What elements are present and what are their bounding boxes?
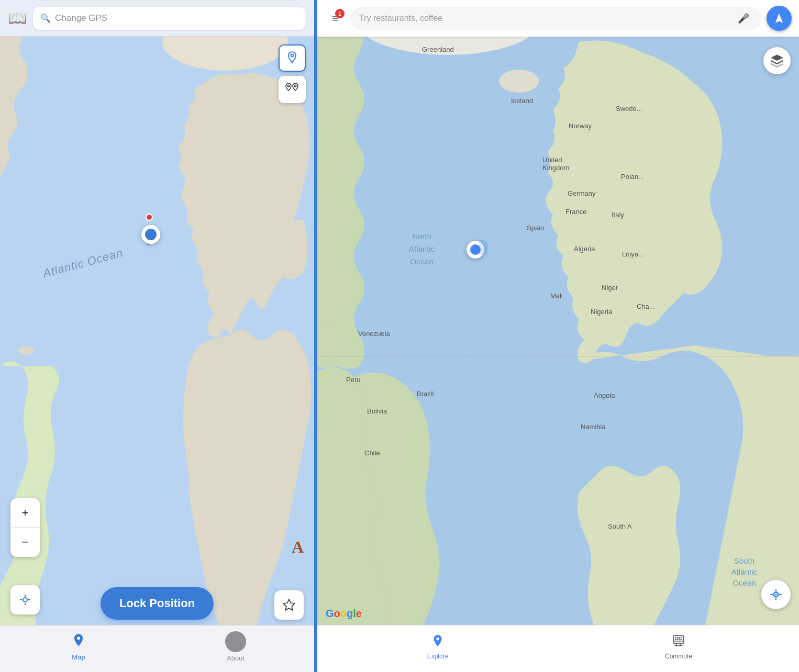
google-g2: g xyxy=(347,608,353,619)
svg-point-18 xyxy=(775,593,776,595)
svg-rect-25 xyxy=(675,637,678,639)
right-nav-commute[interactable]: Commute xyxy=(558,634,799,664)
single-pin-button[interactable] xyxy=(279,44,306,72)
location-outer xyxy=(467,241,484,259)
about-nav-icon xyxy=(225,631,246,652)
svg-point-16 xyxy=(499,70,539,93)
right-bottom-nav: Explore Commute xyxy=(317,625,799,672)
commute-label: Commute xyxy=(665,653,692,660)
notification-button[interactable]: ≡ 1 xyxy=(325,8,346,29)
svg-point-13 xyxy=(77,636,80,640)
zoom-in-button[interactable]: + xyxy=(10,498,40,528)
notification-badge: 1 xyxy=(335,9,345,18)
left-location-marker xyxy=(141,225,160,244)
map-pin-buttons xyxy=(279,44,306,103)
left-panel: 📖 🔍 Change GPS Atl xyxy=(0,0,314,672)
explore-label: Explore xyxy=(427,653,449,660)
svg-point-23 xyxy=(436,637,439,640)
google-o2: o xyxy=(340,608,347,619)
about-nav-label: About xyxy=(227,654,245,662)
left-map-background xyxy=(0,0,314,672)
red-pin xyxy=(146,214,153,221)
commute-icon xyxy=(672,634,685,651)
navigation-button[interactable] xyxy=(767,6,792,31)
nav-about[interactable]: About xyxy=(157,631,314,666)
location-button[interactable] xyxy=(10,585,40,614)
zoom-out-button[interactable]: − xyxy=(10,528,40,557)
map-nav-icon xyxy=(71,633,86,651)
lock-position-button[interactable]: Lock Position xyxy=(101,587,214,620)
svg-point-4 xyxy=(18,346,34,355)
explore-icon xyxy=(431,634,445,651)
zoom-controls: + − xyxy=(10,498,40,557)
location-shadow xyxy=(479,240,489,255)
nav-map[interactable]: Map xyxy=(0,633,157,665)
right-header: ≡ 1 Try restaurants, coffee 🎤 xyxy=(317,0,799,37)
favorites-button[interactable] xyxy=(274,590,304,620)
svg-point-7 xyxy=(294,85,296,87)
my-location-button[interactable] xyxy=(761,580,791,609)
search-placeholder: Try restaurants, coffee xyxy=(359,14,734,23)
left-header: 📖 🔍 Change GPS xyxy=(0,0,314,37)
equator-line xyxy=(317,356,799,356)
google-logo: Google xyxy=(326,608,362,620)
a-marker: A xyxy=(292,537,304,557)
svg-rect-26 xyxy=(679,637,682,639)
svg-point-5 xyxy=(291,54,294,57)
right-location-dot xyxy=(467,241,484,259)
location-dot xyxy=(141,225,160,244)
map-nav-label: Map xyxy=(72,653,85,661)
right-map-background xyxy=(317,0,799,672)
microphone-button[interactable]: 🎤 xyxy=(734,9,753,28)
right-panel: ≡ 1 Try restaurants, coffee 🎤 Greenland … xyxy=(317,0,799,672)
google-g: G xyxy=(326,608,334,619)
google-o1: o xyxy=(334,608,340,619)
svg-point-6 xyxy=(287,85,290,87)
google-e: e xyxy=(356,608,362,619)
search-icon: 🔍 xyxy=(40,13,51,23)
left-bottom-nav: Map About xyxy=(0,625,314,672)
center-divider xyxy=(314,0,317,672)
location-dot-inner xyxy=(145,229,157,240)
svg-point-8 xyxy=(23,598,27,602)
right-nav-explore[interactable]: Explore xyxy=(317,634,558,664)
search-placeholder: Change GPS xyxy=(55,13,107,24)
book-icon[interactable]: 📖 xyxy=(8,9,27,27)
layer-button[interactable] xyxy=(763,47,791,74)
dual-pin-button[interactable] xyxy=(279,76,306,103)
right-search-bar[interactable]: Try restaurants, coffee 🎤 xyxy=(351,7,761,30)
left-search-bar[interactable]: 🔍 Change GPS xyxy=(33,7,306,30)
